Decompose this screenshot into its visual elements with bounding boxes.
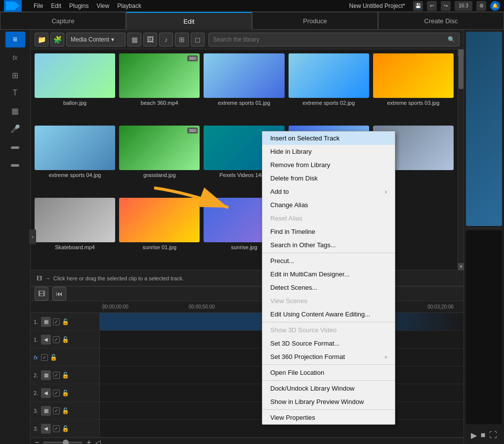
ctx-item-14[interactable]: Edit Using Content Aware Editing... bbox=[262, 308, 395, 321]
track-lock-1v[interactable]: 🔓 bbox=[62, 318, 69, 325]
ctx-item-3[interactable]: Delete from Disk bbox=[262, 172, 395, 185]
menu-playback[interactable]: Playback bbox=[117, 2, 141, 9]
scroll-down-arrow[interactable]: ▼ bbox=[458, 263, 464, 270]
save-icon[interactable]: 💾 bbox=[413, 1, 423, 11]
stop-btn[interactable]: ■ bbox=[481, 431, 486, 440]
view-list-btn[interactable]: ◻ bbox=[191, 33, 205, 46]
arrow-icon: → bbox=[45, 275, 50, 281]
main-area: ≡ fx ⊞ T ▦ 🎤 ▬ ▬ › 📁 🧩 Media Content ▾ ▦… bbox=[0, 30, 504, 444]
ctx-separator-15 bbox=[262, 322, 395, 322]
play-btn[interactable]: ▶ bbox=[471, 431, 477, 440]
settings-icon[interactable]: ⚙ bbox=[476, 1, 486, 11]
track-lock-2a[interactable]: 🔓 bbox=[62, 390, 69, 397]
menu-edit[interactable]: Edit bbox=[51, 2, 61, 9]
sidebar-item-panels[interactable]: ▦ bbox=[5, 103, 25, 119]
ctx-item-18[interactable]: Set 360 Projection Format› bbox=[262, 350, 395, 363]
ctx-item-0[interactable]: Insert on Selected Track bbox=[262, 132, 395, 145]
media-item-4[interactable]: extreme sports 03.jpg bbox=[373, 53, 454, 122]
ctx-item-23[interactable]: Show in Library Preview Window bbox=[262, 395, 395, 408]
search-box[interactable]: 🔍 bbox=[209, 33, 460, 46]
timeline-back-btn[interactable]: ⏮ bbox=[52, 287, 66, 301]
media-item-6[interactable]: 360 grassland.jpg bbox=[119, 126, 200, 194]
sidebar-expand-btn[interactable]: › bbox=[29, 229, 36, 244]
tab-create-disc[interactable]: Create Disc bbox=[378, 12, 504, 30]
ctx-item-17[interactable]: Set 3D Source Format... bbox=[262, 337, 395, 350]
ctx-item-25[interactable]: View Properties bbox=[262, 411, 395, 424]
zoom-arrow-left[interactable]: ◁ bbox=[95, 439, 101, 444]
import-btn[interactable]: 📁 bbox=[35, 33, 48, 46]
sidebar-item-audio[interactable]: 🎤 bbox=[5, 121, 25, 136]
track-lock-fx[interactable]: 🔓 bbox=[50, 354, 57, 361]
notifications-icon[interactable]: 🔔 bbox=[490, 1, 500, 11]
sidebar-item-grid[interactable]: ⊞ bbox=[5, 67, 25, 83]
ctx-item-7[interactable]: Find in Timeline bbox=[262, 225, 395, 238]
sidebar-item-text[interactable]: T bbox=[5, 85, 25, 101]
zoom-plus-btn[interactable]: + bbox=[86, 438, 91, 444]
track-check-1a[interactable]: ✓ bbox=[53, 336, 60, 343]
track-check-3a[interactable]: ✓ bbox=[53, 425, 60, 432]
track-lock-2v[interactable]: 🔓 bbox=[62, 372, 69, 379]
menu-plugins[interactable]: Plugins bbox=[69, 2, 88, 9]
timeline: 🎞 ⏮ 00:00;00:00 00:00;50:00 00:03;20:06 bbox=[31, 286, 463, 444]
sidebar-item-bar1[interactable]: ▬ bbox=[5, 138, 25, 154]
view-grid-btn[interactable]: ⊞ bbox=[175, 33, 189, 46]
ctx-item-4[interactable]: Add to› bbox=[262, 185, 395, 198]
track-lock-3v[interactable]: 🔓 bbox=[62, 407, 69, 414]
track-header-video1: 1. ▦ ✓ 🔓 bbox=[31, 313, 100, 330]
media-label-5: extreme sports 04.jpg bbox=[49, 172, 101, 178]
media-content-dropdown[interactable]: Media Content ▾ bbox=[66, 33, 126, 46]
sidebar-item-bar2[interactable]: ▬ bbox=[5, 156, 25, 172]
menu-view[interactable]: View bbox=[96, 2, 109, 9]
ctx-item-11[interactable]: Edit in MultiCam Designer... bbox=[262, 267, 395, 281]
media-item-10[interactable]: Skateboard.mp4 bbox=[35, 198, 115, 266]
redo-icon[interactable]: ↪ bbox=[441, 1, 451, 11]
ctx-item-22[interactable]: Dock/Undock Library Window bbox=[262, 382, 395, 395]
track-check-3v[interactable]: ✓ bbox=[53, 407, 60, 414]
scroll-thumb[interactable] bbox=[459, 49, 463, 89]
sidebar-item-fx[interactable]: fx bbox=[5, 49, 25, 65]
view-photo-btn[interactable]: 🖼 bbox=[143, 33, 157, 46]
media-item-3[interactable]: extreme sports 02.jpg bbox=[289, 53, 369, 122]
track-check-fx[interactable]: ✓ bbox=[41, 354, 48, 361]
tab-edit[interactable]: Edit bbox=[126, 12, 252, 30]
video-track-icon-2: ▦ bbox=[41, 370, 51, 380]
media-thumb-6: 360 bbox=[119, 126, 200, 170]
track-header-video2: 2. ▦ ✓ 🔓 bbox=[31, 366, 100, 384]
search-input[interactable] bbox=[213, 36, 446, 43]
ctx-item-5[interactable]: Change Alias bbox=[262, 198, 395, 212]
ctx-item-2[interactable]: Remove from Library bbox=[262, 158, 395, 172]
menu-file[interactable]: File bbox=[34, 2, 43, 9]
undo-icon[interactable]: ↩ bbox=[427, 1, 437, 11]
track-lock-1a[interactable]: 🔓 bbox=[62, 336, 69, 343]
media-item-2[interactable]: extreme sports 01.jpg bbox=[204, 53, 284, 122]
media-item-5[interactable]: extreme sports 04.jpg bbox=[35, 126, 115, 194]
tab-capture[interactable]: Capture bbox=[0, 12, 126, 30]
ctx-item-12[interactable]: Detect Scenes... bbox=[262, 281, 395, 294]
ctx-item-20[interactable]: Open File Location bbox=[262, 366, 395, 379]
track-check-1v[interactable]: ✓ bbox=[53, 318, 60, 325]
timeline-film-icon[interactable]: 🎞 bbox=[35, 287, 48, 301]
view-audio-btn[interactable]: ♪ bbox=[159, 33, 173, 46]
zoom-minus-btn[interactable]: − bbox=[35, 438, 39, 444]
tab-produce[interactable]: Produce bbox=[252, 12, 378, 30]
fullscreen-btn[interactable]: ⛶ bbox=[489, 431, 497, 440]
ctx-item-1[interactable]: Hide in Library bbox=[262, 145, 395, 158]
ctx-item-10[interactable]: Precut... bbox=[262, 254, 395, 267]
track-check-2v[interactable]: ✓ bbox=[53, 372, 60, 379]
ctx-item-8[interactable]: Search in Other Tags... bbox=[262, 238, 395, 252]
zoom-thumb[interactable] bbox=[63, 440, 69, 444]
media-scrollbar[interactable]: ▲ ▼ bbox=[458, 49, 463, 270]
media-item-0[interactable]: ballon.jpg bbox=[35, 53, 115, 122]
track-lock-3a[interactable]: 🔓 bbox=[62, 425, 69, 432]
track-header-audio3: 3. ◀ ✓ 🔓 bbox=[31, 420, 100, 437]
ctx-separator-24 bbox=[262, 409, 395, 410]
plugins-btn[interactable]: 🧩 bbox=[50, 33, 64, 46]
sidebar-item-edit[interactable]: ≡ bbox=[5, 32, 25, 47]
media-item-1[interactable]: 360 beach 360.mp4 bbox=[119, 53, 200, 122]
view-film-btn[interactable]: ▦ bbox=[127, 33, 141, 46]
media-item-11[interactable]: sunrise 01.jpg bbox=[119, 198, 200, 266]
aspect-ratio-icon[interactable]: 16:3 bbox=[455, 1, 472, 11]
zoom-slider[interactable] bbox=[43, 442, 83, 444]
track-check-2a[interactable]: ✓ bbox=[53, 390, 60, 397]
media-thumb-11 bbox=[119, 198, 200, 242]
